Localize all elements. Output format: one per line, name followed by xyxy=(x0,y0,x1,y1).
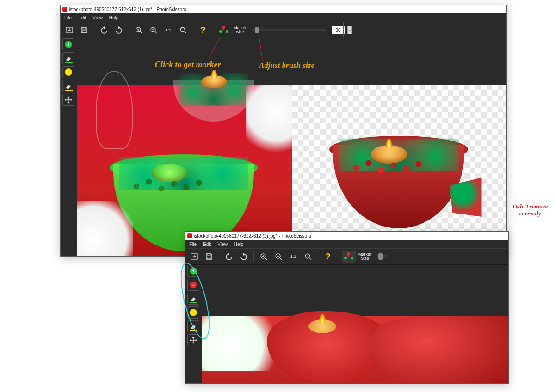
source-pane[interactable] xyxy=(202,265,508,383)
svg-rect-8 xyxy=(207,257,211,259)
zoom-out-button[interactable] xyxy=(148,24,160,36)
photoscissors-window-inset: istockphoto-490580177-612x612 (1).jpg* -… xyxy=(185,231,509,384)
zoom-fit-button[interactable] xyxy=(177,24,189,36)
divider xyxy=(253,251,254,262)
canvas-area xyxy=(202,265,508,383)
zoom-1to1-button[interactable]: 1:1 xyxy=(287,251,299,263)
zoom-out-button[interactable] xyxy=(272,251,284,263)
titlebar: istockphoto-490580177-612x612 (1).jpg* -… xyxy=(61,5,506,13)
cutout-object xyxy=(329,136,468,228)
foreground-marker-button[interactable]: + xyxy=(62,38,74,50)
highlight-marker-button[interactable] xyxy=(62,66,74,78)
annotation-click-marker: Click to get marker xyxy=(155,60,221,70)
divider xyxy=(338,251,338,262)
svg-point-11 xyxy=(305,254,310,258)
open-button[interactable] xyxy=(63,24,75,36)
zoom-in-button[interactable] xyxy=(133,24,145,36)
window-title: istockphoto-490580177-612x612 (1).jpg* -… xyxy=(69,7,186,12)
menu-help[interactable]: Help xyxy=(109,15,119,20)
undo-button[interactable] xyxy=(98,24,110,36)
menu-file[interactable]: File xyxy=(64,15,72,20)
divider xyxy=(318,251,318,262)
marker-tool-button[interactable] xyxy=(342,251,356,263)
move-tool-button[interactable] xyxy=(187,334,199,346)
app-logo-icon xyxy=(187,233,192,238)
open-button[interactable] xyxy=(188,251,200,263)
app-logo-icon xyxy=(62,7,67,12)
result-image xyxy=(292,85,507,256)
marker-size-label: Marker Size xyxy=(358,252,371,261)
help-button[interactable]: ? xyxy=(197,24,209,36)
help-button[interactable]: ? xyxy=(322,251,334,263)
eraser-foreground-button[interactable] xyxy=(62,52,74,64)
move-tool-button[interactable] xyxy=(62,94,74,106)
side-toolbar: + xyxy=(62,38,74,106)
annotation-box-marker-controls xyxy=(210,22,344,37)
annotation-didnt-remove: Didn't remove correctly xyxy=(512,203,548,217)
menu-edit[interactable]: Edit xyxy=(78,15,86,20)
brush-size-spinner[interactable]: ▲▼ xyxy=(347,26,352,34)
undo-button[interactable] xyxy=(223,251,235,263)
menu-view[interactable]: View xyxy=(92,15,103,20)
main-toolbar: 1:1 ? Marker Size xyxy=(185,248,508,265)
canvas-area xyxy=(77,38,506,256)
menu-file[interactable]: File xyxy=(189,242,197,247)
divider xyxy=(219,251,219,262)
menubar: File Edit View Help xyxy=(61,13,506,22)
menubar: File Edit View Help xyxy=(185,240,508,248)
annotation-adjust-brush: Adjust brush size xyxy=(259,61,314,70)
source-pane[interactable] xyxy=(77,38,292,256)
source-image xyxy=(202,316,508,383)
photoscissors-window-main: istockphoto-490580177-612x612 (1).jpg* -… xyxy=(60,5,507,257)
brush-size-slider[interactable] xyxy=(377,255,388,258)
divider xyxy=(193,24,193,36)
titlebar: istockphoto-490580177-612x612 (1).jpg* -… xyxy=(185,232,508,240)
zoom-in-button[interactable] xyxy=(258,251,270,263)
svg-rect-2 xyxy=(82,31,86,32)
zoom-fit-button[interactable] xyxy=(302,251,314,263)
divider xyxy=(94,24,94,36)
redo-button[interactable] xyxy=(238,251,250,263)
result-pane[interactable] xyxy=(292,38,507,256)
divider xyxy=(129,24,129,36)
zoom-1to1-button[interactable]: 1:1 xyxy=(162,24,174,36)
save-button[interactable] xyxy=(203,251,215,263)
window-title: istockphoto-490580177-612x612 (1).jpg* -… xyxy=(194,233,311,239)
menu-view[interactable]: View xyxy=(217,242,228,247)
menu-edit[interactable]: Edit xyxy=(203,242,211,247)
save-button[interactable] xyxy=(78,24,90,36)
menu-help[interactable]: Help xyxy=(234,242,244,247)
marker-icon xyxy=(344,252,353,261)
eraser-highlight-button[interactable] xyxy=(62,80,74,92)
redo-button[interactable] xyxy=(113,24,125,36)
source-image xyxy=(77,85,292,256)
